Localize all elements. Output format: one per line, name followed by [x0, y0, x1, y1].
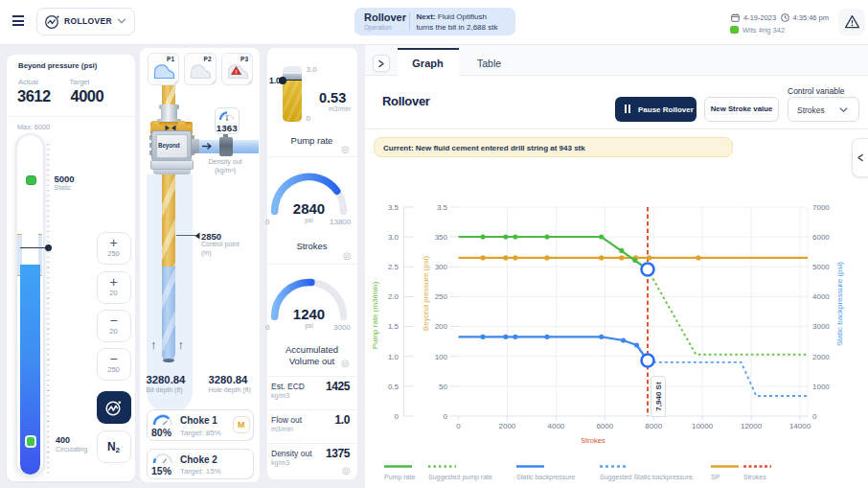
svg-text:Strokes: Strokes: [743, 474, 766, 480]
svg-text:4000: 4000: [812, 292, 830, 301]
svg-text:0: 0: [812, 412, 817, 421]
svg-text:6000: 6000: [596, 422, 613, 430]
svg-text:12000: 12000: [741, 422, 763, 430]
svg-text:7,940 St: 7,940 St: [654, 382, 663, 411]
svg-text:6000: 6000: [812, 233, 830, 242]
svg-text:200: 200: [435, 322, 448, 331]
svg-text:3000: 3000: [812, 322, 830, 331]
svg-text:2000: 2000: [499, 422, 516, 430]
svg-text:300: 300: [435, 263, 448, 271]
svg-text:Static backpressure (psi): Static backpressure (psi): [835, 262, 844, 346]
svg-text:0: 0: [444, 412, 448, 421]
svg-text:0: 0: [395, 412, 400, 421]
svg-text:350: 350: [435, 233, 448, 242]
svg-text:1.0: 1.0: [388, 353, 400, 361]
svg-text:2000: 2000: [812, 353, 830, 361]
svg-text:0.5: 0.5: [388, 383, 400, 391]
svg-text:50: 50: [439, 383, 447, 391]
svg-text:14000: 14000: [789, 422, 811, 430]
svg-text:Static backpressure: Static backpressure: [516, 474, 576, 481]
svg-text:100: 100: [435, 353, 448, 361]
svg-text:SP: SP: [711, 474, 720, 480]
svg-text:0: 0: [456, 422, 461, 430]
svg-text:Suggested Static backpressure: Suggested Static backpressure: [600, 474, 693, 481]
svg-text:Suggested pump rate: Suggested pump rate: [428, 474, 492, 481]
svg-text:250: 250: [435, 292, 448, 301]
svg-text:3.0: 3.0: [388, 233, 400, 242]
svg-text:4000: 4000: [548, 422, 565, 430]
svg-text:Pump rate: Pump rate: [384, 474, 415, 481]
svg-text:8000: 8000: [645, 422, 662, 430]
svg-text:1000: 1000: [812, 383, 830, 391]
svg-text:10000: 10000: [692, 422, 714, 430]
svg-text:2.0: 2.0: [388, 292, 400, 301]
svg-text:3.5: 3.5: [388, 203, 400, 212]
svg-text:Beyond pressure (psi): Beyond pressure (psi): [422, 256, 430, 332]
svg-text:Pump rate (m3/min): Pump rate (m3/min): [371, 281, 379, 349]
svg-text:7000: 7000: [812, 203, 830, 212]
svg-text:Strokes: Strokes: [581, 436, 605, 445]
svg-text:2.5: 2.5: [388, 263, 400, 271]
svg-text:3.5: 3.5: [437, 203, 448, 212]
svg-text:1.5: 1.5: [388, 322, 400, 331]
svg-text:5000: 5000: [812, 263, 830, 271]
